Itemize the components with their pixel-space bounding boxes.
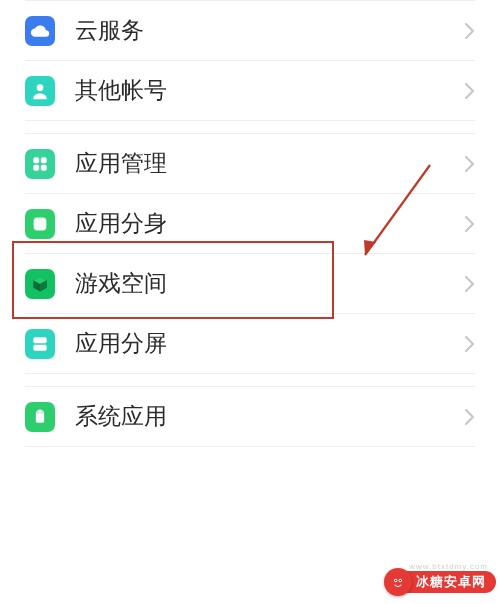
svg-rect-5 bbox=[34, 217, 47, 230]
settings-page: 云服务 其他帐号 应用管理 bbox=[0, 0, 500, 604]
group-system: 系统应用 bbox=[0, 386, 500, 447]
chevron-right-icon bbox=[463, 335, 475, 353]
list-item-other-accounts[interactable]: 其他帐号 bbox=[0, 61, 500, 120]
chevron-right-icon bbox=[463, 215, 475, 233]
list-item-label: 应用管理 bbox=[75, 148, 463, 179]
list-item-game-space[interactable]: 游戏空间 bbox=[0, 254, 500, 313]
group-account: 云服务 其他帐号 bbox=[0, 0, 500, 121]
person-icon bbox=[25, 76, 55, 106]
svg-point-9 bbox=[41, 411, 42, 412]
list-item-label: 游戏空间 bbox=[75, 268, 463, 299]
svg-point-15 bbox=[395, 580, 397, 582]
chevron-right-icon bbox=[463, 22, 475, 40]
divider bbox=[25, 446, 475, 447]
svg-rect-6 bbox=[33, 337, 46, 343]
svg-point-0 bbox=[37, 84, 44, 91]
list-item-split-screen[interactable]: 应用分屏 bbox=[0, 314, 500, 373]
list-item-cloud[interactable]: 云服务 bbox=[0, 1, 500, 60]
list-item-app-clone[interactable]: 应用分身 bbox=[0, 194, 500, 253]
list-item-label: 系统应用 bbox=[75, 401, 463, 432]
svg-point-16 bbox=[400, 580, 402, 582]
svg-point-12 bbox=[390, 574, 407, 591]
split-icon bbox=[25, 329, 55, 359]
svg-rect-7 bbox=[33, 344, 46, 350]
android-icon bbox=[25, 402, 55, 432]
list-item-label: 云服务 bbox=[75, 15, 463, 46]
list-item-label: 应用分身 bbox=[75, 208, 463, 239]
chevron-right-icon bbox=[463, 408, 475, 426]
list-item-label: 其他帐号 bbox=[75, 75, 463, 106]
cube-icon bbox=[25, 269, 55, 299]
svg-rect-1 bbox=[33, 157, 39, 163]
group-apps: 应用管理 应用分身 游戏空间 bbox=[0, 133, 500, 374]
watermark-text: 冰糖安卓网 bbox=[398, 571, 496, 593]
chevron-right-icon bbox=[463, 275, 475, 293]
svg-rect-4 bbox=[41, 164, 47, 170]
list-item-label: 应用分屏 bbox=[75, 328, 463, 359]
svg-rect-2 bbox=[41, 157, 47, 163]
chevron-right-icon bbox=[463, 155, 475, 173]
apps-icon bbox=[25, 149, 55, 179]
svg-point-8 bbox=[37, 411, 38, 412]
list-item-system-apps[interactable]: 系统应用 bbox=[0, 387, 500, 446]
list-item-app-management[interactable]: 应用管理 bbox=[0, 134, 500, 193]
group-separator bbox=[0, 374, 500, 386]
group-separator bbox=[0, 121, 500, 133]
svg-rect-3 bbox=[33, 164, 39, 170]
cloud-icon bbox=[25, 16, 55, 46]
chevron-right-icon bbox=[463, 82, 475, 100]
watermark: 冰糖安卓网 bbox=[384, 568, 496, 596]
clone-icon bbox=[25, 209, 55, 239]
watermark-logo-icon bbox=[384, 568, 412, 596]
